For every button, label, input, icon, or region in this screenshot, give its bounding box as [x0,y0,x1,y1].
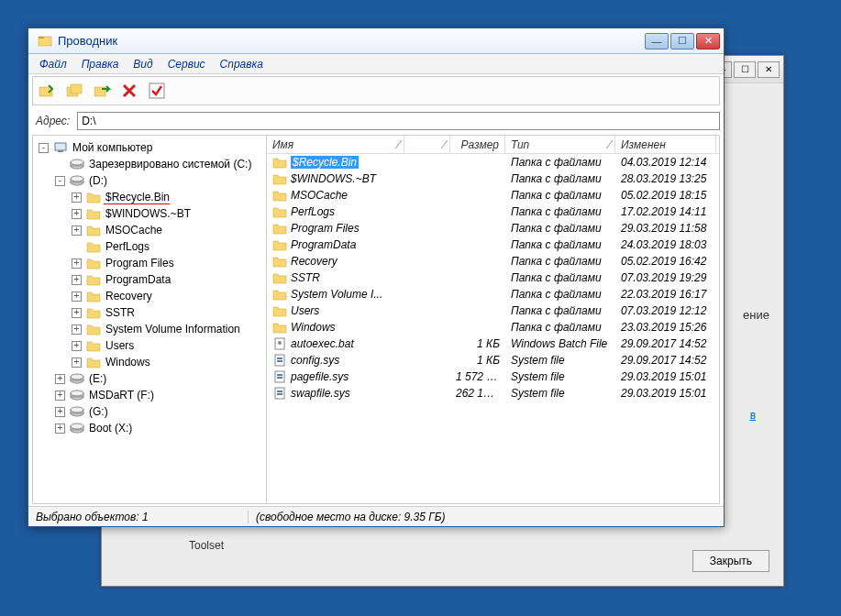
tree-node[interactable]: +Windows [35,354,264,370]
file-row[interactable]: SSTRПапка с файлами07.03.2019 19:29 [267,270,719,286]
titlebar[interactable]: Проводник — ☐ ✕ [28,28,724,54]
tree-node[interactable]: +$WINDOWS.~BT [35,205,264,222]
tree-node[interactable]: +(G:) [35,403,264,420]
status-freespace: (свободное место на диске: 9.35 ГБ) [249,511,724,523]
column-size[interactable]: Размер [450,136,505,153]
expander-empty [55,160,65,170]
menu-view[interactable]: Вид [126,56,160,72]
toolbar-delete-icon[interactable] [119,81,139,101]
bat-icon [272,336,287,351]
tree-node[interactable]: -Мой компьютер [35,139,264,156]
file-row[interactable]: PerfLogsПапка с файлами17.02.2019 14:11 [267,204,719,220]
file-name-label: System Volume I... [291,288,382,301]
folder-icon [86,272,101,287]
file-name-cell: swapfile.sys [267,386,404,401]
toolbar-copy-icon[interactable] [64,81,84,101]
toolbar-open-icon[interactable] [37,81,57,101]
tree-node[interactable]: +ProgramData [35,271,264,288]
menu-file[interactable]: Файл [32,56,74,72]
expand-icon[interactable]: + [55,390,65,401]
file-row[interactable]: config.sys1 КБSystem file29.09.2017 14:5… [267,352,719,368]
svg-point-17 [71,374,83,380]
menu-edit[interactable]: Правка [74,56,127,72]
collapse-icon[interactable]: - [55,176,65,186]
expand-icon[interactable]: + [55,424,65,434]
expand-icon[interactable]: + [72,258,82,269]
expand-icon[interactable]: + [72,341,82,351]
address-input[interactable] [77,112,720,130]
file-row[interactable]: pagefile.sys1 572 864 КБSystem file29.03… [267,368,719,385]
minimize-button[interactable]: — [645,33,669,50]
status-selected: Выбрано объектов: 1 [28,511,249,523]
expand-icon[interactable]: + [72,192,82,203]
menu-help[interactable]: Справка [213,56,271,72]
tree-node-label: ProgramData [104,273,171,286]
column-type[interactable]: Тип⁄ [505,136,615,153]
tree-node[interactable]: +MSOCache [35,222,264,238]
file-type-cell: Папка с файлами [505,189,615,202]
column-name[interactable]: Имя⁄ [267,136,404,153]
content-area: -Мой компьютерЗарезервировано системой (… [32,135,720,504]
expand-icon[interactable]: + [72,292,82,302]
file-row[interactable]: UsersПапка с файлами07.03.2019 12:12 [267,302,719,319]
file-row[interactable]: $WINDOWS.~BTПапка с файлами28.03.2019 13… [267,170,719,187]
file-name-label: PerfLogs [291,205,335,218]
tree-node[interactable]: +Boot (X:) [35,420,264,436]
file-date-cell: 22.03.2019 16:17 [615,288,716,301]
tree-node[interactable]: +(E:) [35,370,264,387]
expand-icon[interactable]: + [55,374,65,384]
tree-node[interactable]: +Program Files [35,255,264,271]
tree-pane[interactable]: -Мой компьютерЗарезервировано системой (… [33,136,267,503]
tree-node[interactable]: +Users [35,337,264,354]
file-size-cell: 1 572 864 КБ [450,370,505,383]
expand-icon[interactable]: + [72,308,82,318]
file-row[interactable]: Program FilesПапка с файлами29.03.2019 1… [267,220,719,236]
tree-node[interactable]: -(D:) [35,172,264,189]
file-row[interactable]: autoexec.bat1 КБWindows Batch File29.09.… [267,336,719,352]
file-name-cell: ProgramData [267,237,404,252]
bg-link-fragment[interactable]: в [750,409,756,422]
tree-node[interactable]: +MSDaRT (F:) [35,387,264,403]
file-size-cell: 1 КБ [450,337,505,350]
expand-icon[interactable]: + [72,275,82,285]
collapse-icon[interactable]: - [39,143,49,153]
tree-node[interactable]: +System Volume Information [35,321,264,337]
file-row[interactable]: MSOCacheПапка с файлами05.02.2019 18:15 [267,187,719,204]
file-row[interactable]: System Volume I...Папка с файлами22.03.2… [267,286,719,302]
tree-node[interactable]: Зарезервировано системой (C:) [35,156,264,172]
tree-node[interactable]: +Recovery [35,288,264,304]
file-name-cell: $WINDOWS.~BT [267,171,404,186]
maximize-button[interactable]: ☐ [670,33,694,50]
menu-service[interactable]: Сервис [160,56,213,72]
bg-close-button[interactable]: ✕ [758,61,780,78]
file-row[interactable]: WindowsПапка с файлами23.03.2019 15:26 [267,319,719,336]
folder-icon [86,338,101,353]
file-row[interactable]: $Recycle.BinПапка с файлами04.03.2019 12… [267,154,719,170]
column-spacer[interactable]: ⁄ [404,136,450,153]
folder-icon [272,221,287,236]
file-row[interactable]: RecoveryПапка с файлами05.02.2019 16:42 [267,253,719,270]
file-row[interactable]: swapfile.sys262 144 КБSystem file29.03.2… [267,385,719,402]
expand-icon[interactable]: + [72,324,82,335]
bg-close-action-button[interactable]: Закрыть [692,550,769,572]
list-pane[interactable]: Имя⁄ ⁄ Размер Тип⁄ Изменен $Recycle.BinП… [267,136,719,503]
bg-maximize-button[interactable]: ☐ [734,61,756,78]
tree-node[interactable]: +SSTR [35,304,264,321]
expand-icon[interactable]: + [55,407,65,417]
folder-icon [272,270,287,285]
tree-node[interactable]: PerfLogs [35,238,264,255]
file-date-cell: 24.03.2019 18:03 [615,238,716,251]
toolbar-check-icon[interactable] [147,81,167,101]
column-modified[interactable]: Изменен [615,136,716,153]
tree-node-label: MSOCache [104,224,162,236]
file-row[interactable]: ProgramDataПапка с файлами24.03.2019 18:… [267,236,719,253]
file-date-cell: 28.03.2019 13:25 [615,172,716,185]
expand-icon[interactable]: + [72,226,82,236]
expand-icon[interactable]: + [72,358,82,368]
file-type-cell: Папка с файлами [505,156,615,169]
svg-rect-7 [55,143,66,150]
toolbar-move-icon[interactable] [92,81,112,101]
tree-node[interactable]: +$Recycle.Bin [35,189,264,205]
expand-icon[interactable]: + [72,209,82,219]
close-button[interactable]: ✕ [696,33,720,50]
